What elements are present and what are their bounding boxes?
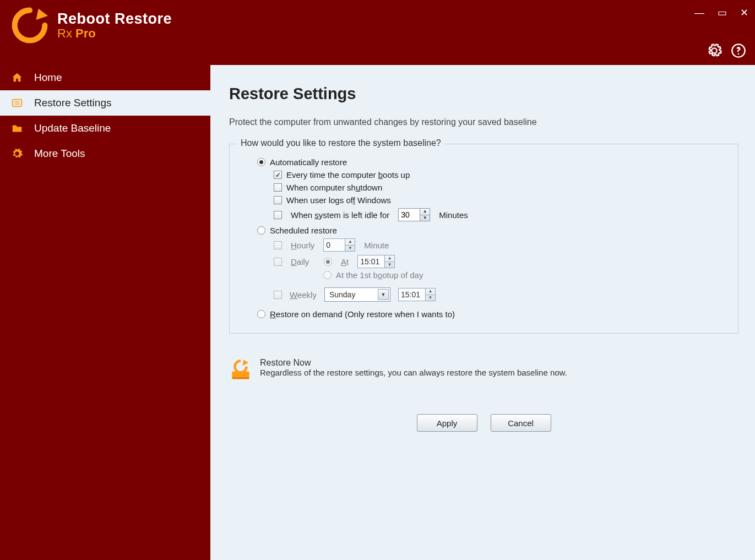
label-minutes: Minutes [439, 210, 468, 220]
checkbox-on-boot[interactable] [274, 171, 282, 179]
label-scheduled-restore: Scheduled restore [270, 226, 337, 235]
radio-scheduled-restore[interactable] [257, 226, 265, 235]
spinner-up-icon[interactable]: ▲ [345, 239, 355, 246]
weekly-time-input[interactable] [399, 289, 425, 301]
sidebar-item-label: Home [34, 72, 62, 84]
gear-icon [11, 148, 23, 160]
label-at: At [341, 257, 349, 267]
checkbox-weekly[interactable] [274, 291, 282, 299]
idle-minutes-input[interactable] [399, 209, 420, 221]
help-icon[interactable] [731, 43, 746, 58]
label-on-shutdown: When computer shutdown [286, 183, 382, 192]
apply-button[interactable]: Apply [417, 414, 477, 432]
restore-settings-icon [11, 97, 23, 109]
sidebar-item-restore-settings[interactable]: Restore Settings [0, 90, 210, 116]
checkbox-daily[interactable] [274, 258, 282, 266]
main-panel: Restore Settings Protect the computer fr… [210, 65, 755, 560]
idle-minutes-spinner[interactable]: ▲▼ [398, 208, 430, 221]
hourly-minute-spinner[interactable]: ▲▼ [323, 238, 355, 252]
restore-now-section: Restore Now Regardless of the restore se… [229, 358, 738, 381]
sidebar-item-label: Update Baseline [34, 122, 111, 134]
logo-line2: Rx Pro [57, 27, 172, 40]
daily-time-spinner[interactable]: ▲▼ [357, 255, 395, 268]
label-on-logoff: When user logs off Windows [286, 195, 391, 205]
checkbox-on-idle[interactable] [274, 211, 282, 219]
radio-auto-restore[interactable] [257, 158, 265, 166]
label-on-boot: Every time the computer boots up [286, 170, 410, 180]
checkbox-on-logoff[interactable] [274, 196, 282, 204]
sidebar-item-home[interactable]: Home [0, 65, 210, 90]
page-title: Restore Settings [229, 85, 738, 103]
weekly-time-spinner[interactable]: ▲▼ [398, 288, 436, 301]
page-subtitle: Protect the computer from unwanted chang… [229, 117, 738, 127]
sidebar: Home Restore Settings Update Baseline Mo… [0, 65, 210, 560]
weekly-day-dropdown[interactable]: Sunday ▼ [324, 287, 390, 302]
sidebar-item-label: Restore Settings [34, 97, 111, 109]
label-weekly: Weekly [290, 290, 317, 300]
label-daily: Daily [291, 257, 315, 267]
maximize-button[interactable]: ▭ [718, 8, 727, 18]
radio-daily-first-boot[interactable] [323, 271, 332, 279]
spinner-up-icon[interactable]: ▲ [426, 289, 435, 295]
label-on-demand: Restore on demand (Only restore when I w… [270, 309, 455, 319]
home-icon [11, 72, 23, 84]
logo-icon [10, 6, 50, 45]
chevron-down-icon[interactable]: ▼ [378, 289, 389, 300]
label-hourly: Hourly [291, 241, 314, 250]
spinner-down-icon[interactable]: ▼ [345, 246, 355, 252]
cancel-button[interactable]: Cancel [491, 414, 551, 432]
spinner-down-icon[interactable]: ▼ [426, 295, 435, 301]
checkbox-hourly[interactable] [274, 241, 282, 249]
svg-rect-1 [13, 100, 22, 107]
spinner-down-icon[interactable]: ▼ [385, 262, 394, 268]
restore-now-icon [229, 358, 252, 381]
daily-time-input[interactable] [358, 255, 384, 268]
weekly-day-value: Sunday [329, 290, 355, 299]
label-minute: Minute [364, 241, 389, 250]
minimize-button[interactable]: — [694, 8, 704, 18]
folder-icon [11, 122, 23, 134]
app-logo: Reboot Restore Rx Pro [10, 6, 172, 45]
restore-now-subtitle: Regardless of the restore settings, you … [260, 368, 567, 377]
sidebar-item-more-tools[interactable]: More Tools [0, 141, 210, 166]
label-first-boot: At the 1st bootup of day [336, 270, 423, 280]
radio-on-demand[interactable] [257, 310, 265, 318]
spinner-down-icon[interactable]: ▼ [420, 215, 430, 221]
spinner-up-icon[interactable]: ▲ [385, 255, 394, 262]
hourly-minute-input[interactable] [324, 239, 345, 251]
label-auto-restore: Automatically restore [270, 157, 347, 167]
spinner-up-icon[interactable]: ▲ [420, 209, 430, 215]
restore-now-link[interactable]: Restore Now [260, 358, 567, 368]
label-on-idle: When system is left idle for [291, 210, 389, 220]
svg-rect-3 [232, 377, 249, 379]
logo-line1: Reboot Restore [57, 11, 172, 26]
restore-mode-fieldset: How would you like to restore the system… [229, 144, 738, 334]
sidebar-item-label: More Tools [34, 148, 85, 160]
sidebar-item-update-baseline[interactable]: Update Baseline [0, 116, 210, 141]
fieldset-legend: How would you like to restore the system… [237, 138, 444, 148]
radio-daily-at[interactable] [324, 258, 332, 266]
settings-icon[interactable] [707, 43, 722, 58]
checkbox-on-shutdown[interactable] [274, 183, 282, 192]
close-button[interactable]: ✕ [740, 8, 748, 18]
